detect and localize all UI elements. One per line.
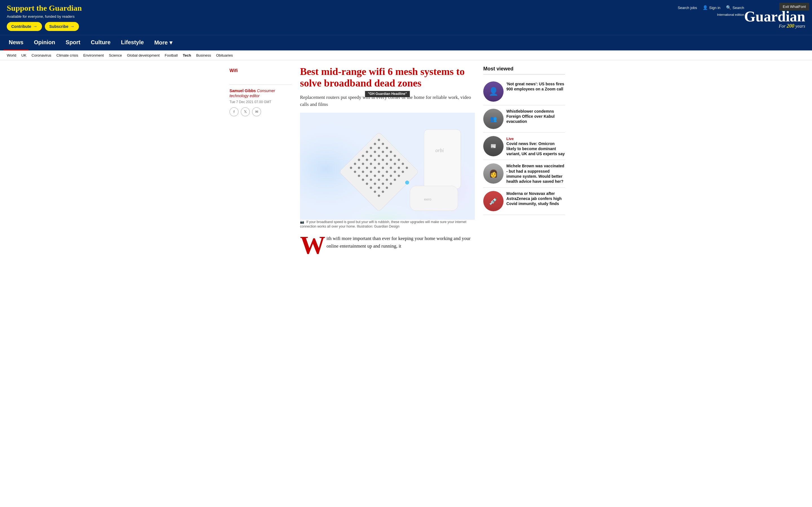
most-viewed-headline-4: Michele Brown was vaccinated - but had a… [506, 163, 565, 184]
nav-link-more[interactable]: More ▾ [149, 35, 177, 50]
sub-nav-science: Science [109, 53, 122, 58]
nav-link-news[interactable]: News [3, 35, 29, 50]
most-viewed-thumb-3: 📰 [483, 136, 504, 156]
contribute-arrow: → [33, 24, 38, 29]
banner-subtitle: Available for everyone, funded by reader… [7, 14, 678, 18]
svg-rect-71 [410, 186, 458, 211]
sub-nav-link-climate[interactable]: Climate crisis [56, 53, 78, 57]
nav-link-opinion[interactable]: Opinion [29, 35, 60, 50]
sub-nav-uk: UK [21, 53, 27, 58]
sub-nav-business: Business [196, 53, 211, 58]
facebook-share-button[interactable]: f [230, 107, 239, 116]
svg-rect-69 [424, 129, 461, 189]
sub-nav-obituaries: Obituaries [216, 53, 233, 58]
subscribe-arrow: → [70, 24, 74, 29]
nav-link-sport[interactable]: Sport [60, 35, 86, 50]
most-viewed-headline-1: 'Not great news': US boss fires 900 empl… [506, 81, 565, 92]
live-badge: Live [506, 136, 514, 141]
sub-nav-link-world[interactable]: World [7, 53, 16, 57]
flat-router: eero [410, 186, 458, 211]
svg-text:orbi: orbi [435, 148, 444, 153]
search-jobs-label: Search jobs [678, 6, 697, 10]
sub-nav-link-environment[interactable]: Environment [83, 53, 104, 57]
list-item[interactable]: 👥 Whistleblower condemns Foreign Office … [483, 105, 565, 133]
sub-nav-global: Global development [127, 53, 160, 58]
most-viewed-thumb-4: 👩 [483, 163, 504, 184]
banner-buttons: Contribute → Subscribe → [7, 22, 678, 31]
sign-in-label: Sign in [709, 6, 720, 10]
top-banner: Support the Guardian Available for every… [0, 0, 812, 35]
email-share-button[interactable]: ✉ [252, 107, 261, 116]
banner-center: Search jobs 👤 Sign in 🔍 Search Internati… [678, 4, 744, 16]
nav-list: News Opinion Sport Culture Lifestyle Mor… [0, 35, 812, 50]
sub-nav-link-global[interactable]: Global development [127, 53, 160, 57]
accent-dot [405, 180, 409, 184]
thumbnail-image-1: 👤 [483, 81, 504, 102]
article-headline: Best mid-range wifi 6 mesh systems to so… [300, 66, 475, 89]
edition-label: International edition [717, 13, 744, 16]
most-viewed-text-2: Whistleblower condemns Foreign Office ov… [506, 109, 565, 129]
main-content: Best mid-range wifi 6 mesh systems to so… [300, 66, 475, 256]
most-viewed-thumb-2: 👥 [483, 109, 504, 129]
article-standfirst: Replacement routers put speedy wifi in e… [300, 94, 475, 108]
router-illustration: orbi eero [300, 113, 475, 220]
sub-nav-tech: Tech [183, 53, 191, 58]
logo-years: 200 [786, 23, 794, 29]
whatfont-exit-button[interactable]: Exit WhatFont [779, 3, 809, 10]
most-viewed-text-1: 'Not great news': US boss fires 900 empl… [506, 81, 565, 102]
image-caption: 📷 If your broadband speed is good but yo… [300, 220, 475, 229]
sub-nav-environment: Environment [83, 53, 104, 58]
thumbnail-image-2: 👥 [483, 109, 504, 129]
svg-text:eero: eero [424, 197, 432, 202]
sub-nav-link-uk[interactable]: UK [21, 53, 27, 57]
list-item[interactable]: 💉 Moderna or Novavax after AstraZeneca j… [483, 187, 565, 215]
subscribe-label: Subscribe [49, 24, 68, 29]
sub-nav-link-tech[interactable]: Tech [183, 53, 191, 57]
list-item[interactable]: 👩 Michele Brown was vaccinated - but had… [483, 160, 565, 187]
sub-nav-link-obituaries[interactable]: Obituaries [216, 53, 233, 57]
sub-nav-link-science[interactable]: Science [109, 53, 122, 57]
right-sidebar: Most viewed 👤 'Not great news': US boss … [483, 66, 565, 256]
search-label: Search [732, 6, 744, 10]
subscribe-button[interactable]: Subscribe → [45, 22, 79, 31]
camera-icon: 📷 [300, 220, 304, 224]
most-viewed-text-5: Moderna or Novavax after AstraZeneca jab… [506, 191, 565, 211]
social-icons: f 𝕏 ✉ [230, 107, 292, 116]
most-viewed-thumb-1: 👤 [483, 81, 504, 102]
twitter-share-button[interactable]: 𝕏 [241, 107, 250, 116]
sub-nav-list: World UK Coronavirus Climate crisis Envi… [7, 53, 805, 58]
nav-item-lifestyle: Lifestyle [116, 35, 149, 50]
contribute-button[interactable]: Contribute → [7, 22, 42, 31]
thumbnail-image-4: 👩 [483, 163, 504, 184]
page-container: Wifi Samuel Gibbs Consumer technology ed… [223, 60, 589, 262]
article-body: W ith wifi more important than ever for … [300, 235, 475, 250]
search-jobs-link[interactable]: Search jobs [678, 5, 697, 10]
edition-badge: International edition [717, 13, 744, 16]
most-viewed-headline-3: Covid news live: Omicron likely to becom… [506, 141, 565, 157]
logo-guardian: Guardian [744, 10, 805, 23]
author-name-role: Samuel Gibbs Consumer technology editor [230, 88, 292, 98]
search-link[interactable]: 🔍 Search [726, 5, 744, 10]
nav-link-lifestyle[interactable]: Lifestyle [116, 35, 149, 50]
most-viewed-headline-5: Moderna or Novavax after AstraZeneca jab… [506, 191, 565, 207]
most-viewed-thumb-5: 💉 [483, 191, 504, 211]
most-viewed-text-4: Michele Brown was vaccinated - but had a… [506, 163, 565, 184]
list-item[interactable]: 👤 'Not great news': US boss fires 900 em… [483, 78, 565, 105]
banner-title: Support the Guardian [7, 4, 678, 13]
author-name: Samuel Gibbs [230, 89, 256, 93]
sign-in-link[interactable]: 👤 Sign in [703, 5, 720, 10]
article-image-container: orbi eero 📷 If your broadband speed is g [300, 113, 475, 229]
sub-nav-link-business[interactable]: Business [196, 53, 211, 57]
search-icon: 🔍 [726, 5, 731, 10]
article-drop-cap: W [300, 235, 325, 256]
contribute-label: Contribute [11, 24, 31, 29]
thumbnail-image-3: 📰 [483, 136, 504, 156]
banner-top-links: Search jobs 👤 Sign in 🔍 Search [678, 5, 744, 10]
nav-link-culture[interactable]: Culture [86, 35, 116, 50]
nav-item-more: More ▾ [149, 35, 177, 50]
sub-nav-coronavirus: Coronavirus [32, 53, 51, 58]
list-item[interactable]: 📰 Live Covid news live: Omicron likely t… [483, 133, 565, 160]
section-label: Wifi [230, 68, 292, 73]
sub-nav-link-football[interactable]: Football [165, 53, 177, 57]
sub-nav-link-coronavirus[interactable]: Coronavirus [32, 53, 51, 57]
